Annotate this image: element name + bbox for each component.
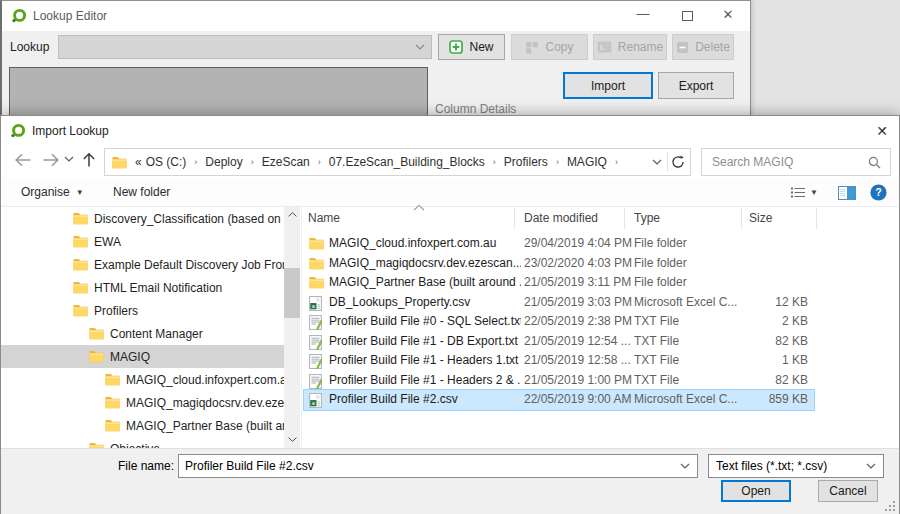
file-date-cell: 21/05/2019 12:54 ... [524, 332, 632, 352]
breadcrumb-separator-icon[interactable]: › [245, 157, 260, 167]
chevron-down-icon[interactable] [680, 463, 690, 469]
excel-icon: a [309, 296, 322, 311]
folder-icon [89, 350, 104, 363]
cancel-button[interactable]: Cancel [818, 480, 878, 502]
tree-item[interactable]: Profilers [1, 299, 284, 322]
tree-item[interactable]: Content Manager [1, 322, 284, 345]
file-row[interactable]: Profiler Build File #0 - SQL Select.txt2… [304, 312, 814, 332]
file-row[interactable]: Profiler Build File #1 - DB Export.txt21… [304, 332, 814, 352]
file-row[interactable]: aDB_Lookups_Property.csv21/05/2019 3:03 … [304, 293, 814, 313]
lookup-combobox[interactable] [58, 35, 432, 59]
tree-item-label: Example Default Discovery Job From F [94, 258, 284, 272]
open-button[interactable]: Open [721, 480, 791, 502]
breadcrumb-item[interactable]: Deploy [203, 155, 244, 169]
column-header-size[interactable]: Size [749, 211, 772, 225]
change-view-button[interactable]: ▼ [790, 186, 818, 199]
new-folder-button[interactable]: New folder [113, 185, 170, 199]
tree-item-label: MAGIQ [110, 350, 150, 364]
file-row[interactable]: aProfiler Build File #2.csv22/05/2019 9:… [304, 390, 814, 410]
breadcrumb-item[interactable]: MAGIQ [565, 155, 609, 169]
tree-item[interactable]: Example Default Discovery Job From F [1, 253, 284, 276]
file-name-value: Profiler Build File #2.csv [185, 459, 314, 473]
tree-item[interactable]: EWA [1, 230, 284, 253]
up-icon[interactable] [82, 152, 96, 168]
address-chevron-icon[interactable] [652, 159, 662, 165]
history-chevron-icon[interactable] [64, 156, 74, 162]
column-header-name[interactable]: Name [308, 211, 340, 225]
search-input[interactable]: Search MAGIQ [701, 148, 891, 176]
tree-item[interactable]: Objective [1, 437, 284, 448]
breadcrumb-item[interactable]: EzeScan [260, 155, 312, 169]
editor-titlebar[interactable]: Lookup Editor — ✕ [2, 1, 750, 31]
export-button[interactable]: Export [658, 72, 734, 99]
file-row[interactable]: Profiler Build File #1 - Headers 1.txt21… [304, 351, 814, 371]
breadcrumb-separator-icon[interactable]: › [487, 157, 502, 167]
maximize-icon[interactable] [676, 5, 698, 25]
column-header-date-modified[interactable]: Date modified [524, 211, 598, 225]
lookup-label: Lookup [10, 40, 49, 54]
tree-item[interactable]: MAGIQ_magiqdocsrv.dev.ezescan. [1, 391, 284, 414]
breadcrumb-separator-icon[interactable]: › [188, 157, 203, 167]
breadcrumb-separator-icon[interactable]: › [550, 157, 565, 167]
new-button[interactable]: New [438, 34, 505, 60]
tree-item[interactable]: HTML Email Notification [1, 276, 284, 299]
help-icon[interactable]: ? [870, 184, 887, 201]
forward-icon[interactable] [42, 153, 60, 167]
file-name-input[interactable]: Profiler Build File #2.csv [178, 454, 698, 478]
excel-icon: a [309, 393, 322, 408]
close-icon[interactable]: ✕ [870, 120, 894, 142]
breadcrumb-separator-icon[interactable]: › [609, 157, 624, 167]
folder-icon [105, 396, 120, 409]
tree-item[interactable]: MAGIQ [1, 345, 284, 368]
preview-pane-icon[interactable] [838, 186, 856, 200]
breadcrumb-item[interactable]: 07.EzeScan_Building_Blocks [327, 155, 487, 169]
rename-button: I.. Rename [593, 34, 667, 60]
back-icon[interactable] [14, 153, 32, 167]
folder-icon [105, 373, 120, 386]
file-row[interactable]: MAGIQ_cloud.infoxpert.com.au29/04/2019 4… [304, 234, 814, 254]
chevron-down-icon: ▼ [810, 188, 818, 197]
file-date-cell: 22/05/2019 2:38 PM [524, 312, 632, 332]
tree-item[interactable]: MAGIQ_cloud.infoxpert.com.au [1, 368, 284, 391]
organise-menu[interactable]: Organise ▼ [21, 185, 84, 199]
file-date-cell: 23/02/2020 4:03 PM [524, 254, 632, 274]
scroll-down-icon[interactable] [288, 437, 297, 442]
chevron-down-icon [415, 44, 425, 50]
breadcrumb-item[interactable]: OS (C:) [144, 155, 189, 169]
tree-scrollbar[interactable] [284, 207, 300, 448]
tree-item[interactable]: MAGIQ_Partner Base (built around [1, 414, 284, 437]
breadcrumb-separator-icon[interactable]: › [312, 157, 327, 167]
file-date-cell: 29/04/2019 4:04 PM [524, 234, 632, 254]
refresh-icon[interactable] [671, 155, 685, 169]
file-row[interactable]: Profiler Build File #1 - Headers 2 & ...… [304, 371, 814, 391]
ezescan-logo-icon [10, 123, 26, 139]
file-list-header: Name Date modified Type Size [304, 207, 816, 230]
import-button[interactable]: Import [563, 72, 653, 99]
resize-grip[interactable] [885, 501, 896, 512]
dialog-main: Discovery_Classification (based on W(EWA… [1, 207, 899, 448]
scrollbar-thumb[interactable] [284, 268, 300, 318]
breadcrumb-item[interactable]: Profilers [502, 155, 550, 169]
minimize-icon[interactable]: — [632, 2, 654, 22]
file-size-cell: 82 KB [716, 332, 808, 352]
screen: Lookup Editor — ✕ Lookup New Copy I.. Re… [0, 0, 900, 514]
file-row[interactable]: MAGIQ_Partner Base (built around ...21/0… [304, 273, 814, 293]
scroll-up-icon[interactable] [288, 212, 297, 217]
column-header-type[interactable]: Type [634, 211, 660, 225]
file-type-select[interactable]: Text files (*.txt; *.csv) [708, 454, 884, 478]
folder-icon [73, 304, 88, 317]
file-name-cell: MAGIQ_Partner Base (built around ... [329, 273, 521, 293]
breadcrumb-item[interactable]: « [133, 155, 144, 169]
txt-icon [309, 374, 322, 389]
address-bar[interactable]: «OS (C:)›Deploy›EzeScan›07.EzeScan_Build… [104, 148, 691, 176]
file-row[interactable]: MAGIQ_magiqdocsrv.dev.ezescan....23/02/2… [304, 254, 814, 274]
tree-item-label: MAGIQ_Partner Base (built around [126, 419, 284, 433]
close-icon[interactable]: ✕ [717, 5, 739, 25]
txt-icon [309, 315, 322, 330]
search-icon[interactable] [868, 156, 881, 169]
file-size-cell: 859 KB [716, 390, 808, 410]
dialog-titlebar[interactable]: Import Lookup ✕ [1, 116, 899, 145]
command-toolbar: Organise ▼ New folder ▼ ? [1, 178, 899, 207]
svg-text:?: ? [875, 186, 881, 198]
tree-item[interactable]: Discovery_Classification (based on W( [1, 207, 284, 230]
